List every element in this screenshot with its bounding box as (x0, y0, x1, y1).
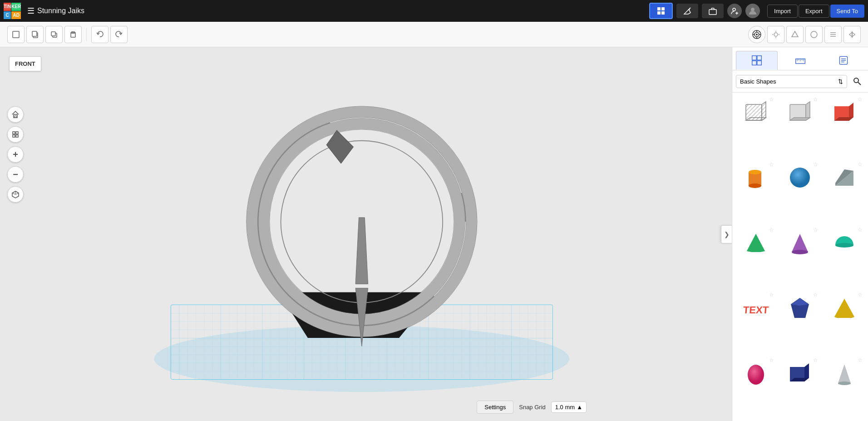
zoom-in-button[interactable]: + (7, 146, 24, 163)
tab-grid[interactable] (736, 51, 778, 70)
view-controls (748, 26, 861, 43)
svg-marker-35 (852, 32, 855, 37)
circle-icon (809, 30, 819, 39)
star-icon-9[interactable]: ☆ (858, 227, 863, 233)
main-area: FRONT + − (0, 47, 868, 421)
star-icon-1[interactable]: ☆ (769, 96, 774, 103)
svg-rect-41 (16, 135, 18, 137)
shapes-dropdown[interactable]: Basic Shapes ⇅ (736, 75, 847, 88)
user-avatar[interactable] (745, 4, 760, 18)
view-cube-button[interactable] (7, 186, 24, 203)
svg-rect-2 (657, 11, 661, 15)
tinkercad-logo[interactable]: TIN KER C AD (4, 3, 20, 19)
shape-item-egg[interactable]: ☆ (734, 355, 778, 419)
trash-icon (69, 30, 77, 39)
svg-marker-92 (747, 234, 765, 252)
svg-point-9 (751, 8, 755, 11)
svg-marker-56 (326, 130, 353, 163)
mirror-icon (848, 30, 857, 39)
shape-item-text[interactable]: ☆ TEXT (734, 290, 778, 354)
sphere-preview (785, 163, 814, 192)
tools-button[interactable] (676, 4, 698, 18)
duplicate-button[interactable] (45, 26, 63, 43)
add-user-icon (730, 6, 739, 15)
grid-view-button[interactable] (649, 3, 673, 19)
align-button[interactable] (824, 26, 842, 43)
star-icon-5[interactable]: ☆ (813, 161, 818, 168)
pyramid-preview (741, 228, 770, 258)
shape-item-cone-gray[interactable]: ☆ (823, 355, 866, 419)
panel-tabs (732, 47, 868, 70)
svg-marker-105 (838, 364, 851, 383)
import-button[interactable]: Import (767, 5, 798, 18)
shape-item-cone[interactable]: ☆ (779, 225, 822, 289)
svg-marker-98 (791, 298, 809, 306)
topbar: TIN KER C AD ☰ Stunning Jaiks (0, 0, 868, 22)
svg-rect-62 (757, 61, 761, 65)
svg-rect-61 (752, 61, 756, 65)
shape-item-gem[interactable]: ☆ (779, 290, 822, 354)
home-view-button[interactable] (7, 106, 24, 123)
circle-button[interactable] (805, 26, 823, 43)
shape-item-wedge[interactable]: ☆ (823, 159, 866, 223)
redo-button[interactable] (110, 26, 128, 43)
panel-expand-button[interactable]: ❯ (721, 225, 732, 243)
delete-button[interactable] (64, 26, 82, 43)
star-icon-8[interactable]: ☆ (813, 227, 818, 233)
star-icon-4[interactable]: ☆ (769, 161, 774, 168)
align-icon (829, 30, 838, 39)
export-button[interactable]: Export (799, 5, 829, 18)
light-button[interactable] (767, 26, 784, 43)
viewport[interactable]: FRONT + − (0, 47, 732, 421)
camera-icon (752, 30, 762, 40)
undo-button[interactable] (91, 26, 108, 43)
project-title[interactable]: Stunning Jaiks (37, 7, 84, 15)
star-icon-2[interactable]: ☆ (813, 96, 818, 103)
mirror-button[interactable] (843, 26, 861, 43)
svg-point-86 (749, 170, 761, 174)
shape-item-box-hole[interactable]: ☆ (734, 94, 778, 158)
star-icon-11[interactable]: ☆ (813, 292, 818, 298)
copy-button[interactable] (26, 26, 44, 43)
shape-item-pyramid[interactable]: ☆ (734, 225, 778, 289)
shape-item-prism[interactable]: ☆ (823, 290, 866, 354)
zoom-out-button[interactable]: − (7, 166, 24, 183)
new-button[interactable] (7, 26, 25, 43)
tab-notes[interactable] (823, 51, 864, 70)
new-icon (12, 30, 20, 39)
shape-item-box[interactable]: ☆ (823, 94, 866, 158)
shape-item-box-hole2[interactable]: ☆ (779, 94, 822, 158)
undo-icon (96, 30, 104, 39)
svg-marker-100 (834, 299, 854, 318)
shape-item-sphere[interactable]: ☆ (779, 159, 822, 223)
dropdown-arrow-icon: ⇅ (838, 78, 843, 85)
star-icon-10[interactable]: ☆ (769, 292, 774, 298)
send-to-button[interactable]: Send To (830, 5, 864, 18)
shape-item-halfsphere[interactable]: ☆ (823, 225, 866, 289)
fit-view-button[interactable] (7, 126, 24, 143)
svg-line-44 (15, 193, 19, 194)
add-user-button[interactable] (727, 4, 742, 18)
star-icon-7[interactable]: ☆ (769, 227, 774, 233)
briefcase-button[interactable] (702, 4, 724, 18)
star-icon-3[interactable]: ☆ (858, 96, 863, 103)
shape-item-cylinder[interactable]: ☆ (734, 159, 778, 223)
snap-grid-select[interactable]: 1.0 mm ▲ (551, 401, 587, 413)
briefcase-icon (708, 6, 717, 15)
star-icon-13[interactable]: ☆ (769, 357, 774, 363)
shape-button[interactable] (786, 26, 804, 43)
shape-item-cube-dark[interactable]: ☆ (779, 355, 822, 419)
tab-ruler[interactable] (779, 51, 821, 70)
settings-button[interactable]: Settings (477, 401, 513, 414)
star-icon-12[interactable]: ☆ (858, 292, 863, 298)
svg-rect-5 (709, 10, 716, 15)
camera-button[interactable] (748, 26, 765, 43)
logo-ker: KER (11, 3, 21, 11)
star-icon-14[interactable]: ☆ (813, 357, 818, 363)
grid-tab-icon (751, 55, 762, 66)
search-button[interactable] (850, 74, 864, 89)
star-icon-15[interactable]: ☆ (858, 357, 863, 363)
bottom-bar: Settings Snap Grid 1.0 mm ▲ (477, 401, 587, 414)
svg-marker-28 (792, 31, 798, 37)
star-icon-6[interactable]: ☆ (858, 161, 863, 168)
